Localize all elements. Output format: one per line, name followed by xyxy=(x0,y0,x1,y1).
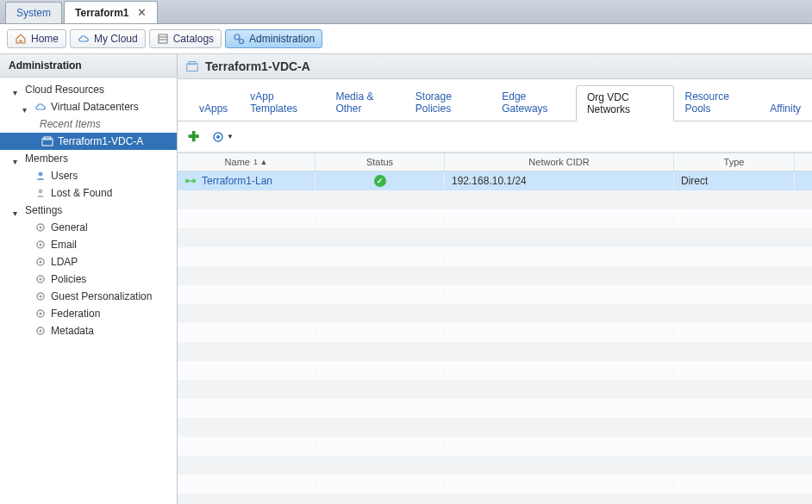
home-button[interactable]: Home xyxy=(7,29,66,48)
gear-icon xyxy=(34,273,47,285)
members-label: Members xyxy=(25,152,68,165)
sidebar-item-cloud-resources[interactable]: Cloud Resources xyxy=(0,81,177,98)
lost-found-label: Lost & Found xyxy=(51,187,112,199)
table-row xyxy=(178,361,812,380)
cloud-icon xyxy=(34,101,47,113)
sort-indicator: 1 ▲ xyxy=(253,158,267,166)
table-row xyxy=(178,247,812,266)
cell-name[interactable]: Terraform1-Lan xyxy=(178,172,315,190)
table-row xyxy=(178,228,812,247)
tab-org-vdc-networks[interactable]: Org VDC Networks xyxy=(576,85,674,121)
svg-rect-23 xyxy=(187,64,197,72)
table-row xyxy=(178,494,812,504)
main-content: Terraform1-VDC-A vApps vApp Templates Me… xyxy=(178,54,812,504)
table-row xyxy=(178,285,812,304)
svg-point-20 xyxy=(40,313,42,315)
network-grid: Name 1 ▲ Status Network CIDR Type Terraf… xyxy=(178,152,812,504)
grid-header: Name 1 ▲ Status Network CIDR Type xyxy=(178,152,812,171)
administration-button[interactable]: Administration xyxy=(225,29,322,48)
page-title: Terraform1-VDC-A xyxy=(205,59,310,73)
cloud-icon xyxy=(78,33,90,45)
home-icon xyxy=(15,33,27,45)
svg-point-10 xyxy=(40,227,42,229)
sidebar-item-ldap[interactable]: LDAP xyxy=(0,253,177,271)
guest-personalization-label: Guest Personalization xyxy=(51,290,152,302)
svg-point-26 xyxy=(216,135,220,139)
status-ok-icon: ✓ xyxy=(374,175,386,187)
table-row xyxy=(178,190,812,209)
mycloud-label: My Cloud xyxy=(94,33,138,45)
settings-label: Settings xyxy=(25,204,62,216)
column-header-name[interactable]: Name 1 ▲ xyxy=(178,153,315,171)
top-tab-tenant[interactable]: Terraform1 ✕ xyxy=(64,1,158,23)
gear-icon xyxy=(34,325,47,337)
administration-label: Administration xyxy=(249,33,315,45)
table-row[interactable]: Terraform1-Lan✓192.168.10.1/24Direct xyxy=(178,171,812,190)
user-icon xyxy=(34,187,47,199)
recent-items-label: Recent Items xyxy=(40,118,101,130)
top-tab-bar: System Terraform1 ✕ xyxy=(0,0,812,24)
table-row xyxy=(178,475,812,494)
policies-label: Policies xyxy=(51,273,86,285)
tab-storage-policies[interactable]: Storage Policies xyxy=(404,84,490,121)
add-button[interactable]: ✚ xyxy=(188,128,199,145)
gear-icon xyxy=(34,239,47,251)
sidebar-item-federation[interactable]: Federation xyxy=(0,305,177,322)
svg-point-18 xyxy=(40,296,42,298)
column-header-type[interactable]: Type xyxy=(674,153,795,171)
email-label: Email xyxy=(51,239,77,251)
tab-affinity[interactable]: Affinity xyxy=(759,96,812,121)
sidebar-item-guest-personalization[interactable]: Guest Personalization xyxy=(0,288,177,305)
sidebar-item-settings[interactable]: Settings xyxy=(0,202,177,219)
column-header-cidr[interactable]: Network CIDR xyxy=(445,153,674,171)
table-row xyxy=(178,342,812,361)
virtual-datacenters-label: Virtual Datacenters xyxy=(51,101,139,113)
sidebar-item-email[interactable]: Email xyxy=(0,236,177,253)
sidebar-item-policies[interactable]: Policies xyxy=(0,271,177,288)
sidebar-item-metadata[interactable]: Metadata xyxy=(0,322,177,339)
svg-rect-27 xyxy=(185,179,189,183)
sidebar-item-lost-found[interactable]: Lost & Found xyxy=(0,184,177,202)
top-tab-system[interactable]: System xyxy=(5,2,62,23)
table-row xyxy=(178,323,812,342)
table-row xyxy=(178,418,812,437)
table-row xyxy=(178,399,812,418)
sidebar-item-virtual-datacenters[interactable]: Virtual Datacenters xyxy=(0,98,177,115)
close-icon[interactable]: ✕ xyxy=(137,6,147,19)
main-header: Terraform1-VDC-A xyxy=(178,54,812,79)
tab-vapps[interactable]: vApps xyxy=(188,96,239,121)
chevron-down-icon xyxy=(13,155,21,163)
column-header-status[interactable]: Status xyxy=(315,153,445,171)
svg-point-22 xyxy=(40,330,42,333)
svg-point-3 xyxy=(234,34,240,40)
catalogs-button[interactable]: Catalogs xyxy=(149,29,222,48)
table-row xyxy=(178,209,812,228)
sidebar-item-vdc-a[interactable]: Terraform1-VDC-A xyxy=(0,133,177,150)
mycloud-button[interactable]: My Cloud xyxy=(70,29,146,48)
metadata-label: Metadata xyxy=(51,325,94,337)
chevron-down-icon xyxy=(13,207,21,215)
svg-point-12 xyxy=(40,244,42,246)
catalog-icon xyxy=(157,33,169,45)
table-row xyxy=(178,437,812,456)
sidebar: Administration Cloud Resources Virtual D… xyxy=(0,54,178,504)
chevron-down-icon xyxy=(13,86,21,94)
sidebar-item-users[interactable]: Users xyxy=(0,167,177,184)
tab-vapp-templates[interactable]: vApp Templates xyxy=(239,84,324,121)
chevron-down-icon xyxy=(22,103,30,111)
sidebar-item-general[interactable]: General xyxy=(0,219,177,236)
tab-edge-gateways[interactable]: Edge Gateways xyxy=(490,84,576,121)
tab-resource-pools[interactable]: Resource Pools xyxy=(674,84,759,121)
users-label: Users xyxy=(51,170,78,182)
actions-menu[interactable]: ▼ xyxy=(211,130,234,144)
svg-rect-28 xyxy=(192,179,196,183)
gear-icon xyxy=(34,256,47,268)
table-row xyxy=(178,304,812,323)
vdc-label: Terraform1-VDC-A xyxy=(58,135,143,147)
vdc-icon xyxy=(186,60,198,72)
sidebar-item-members[interactable]: Members xyxy=(0,150,177,167)
federation-label: Federation xyxy=(51,308,100,320)
cloud-resources-label: Cloud Resources xyxy=(25,84,104,96)
network-icon xyxy=(184,175,197,187)
tab-media[interactable]: Media & Other xyxy=(324,84,403,121)
